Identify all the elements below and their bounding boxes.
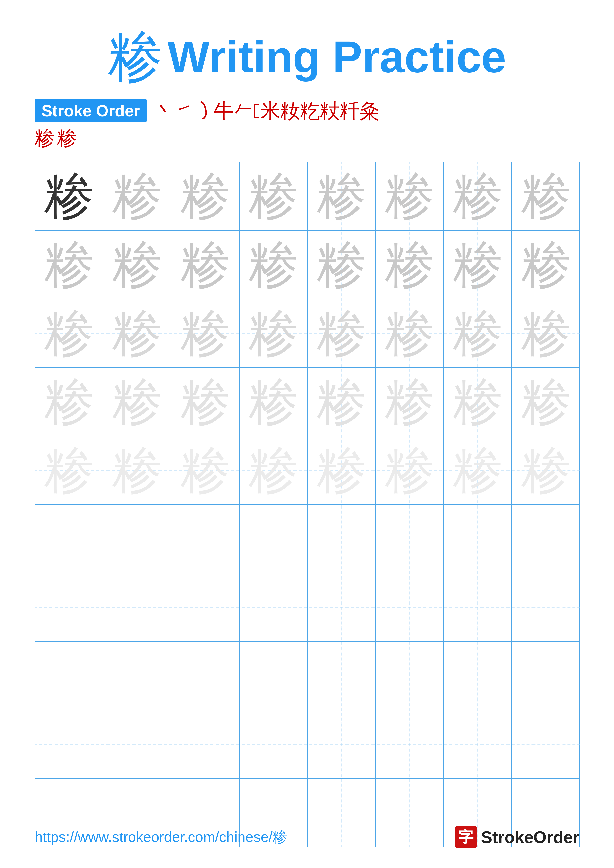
grid-row: 糁糁糁糁糁糁糁糁: [35, 231, 579, 299]
grid-cell[interactable]: [376, 573, 444, 641]
grid-cell[interactable]: [512, 642, 580, 710]
grid-cell[interactable]: 糁: [376, 231, 444, 299]
cell-character: 糁: [385, 240, 434, 290]
grid-cell[interactable]: 糁: [35, 231, 103, 299]
grid-cell[interactable]: [171, 573, 239, 641]
grid-cell[interactable]: [171, 710, 239, 778]
grid-cell[interactable]: 糁: [103, 368, 171, 436]
cell-character: 糁: [453, 308, 502, 358]
cell-character: 糁: [44, 308, 93, 358]
grid-cell[interactable]: 糁: [171, 231, 239, 299]
cell-character: 糁: [249, 377, 298, 426]
grid-cell[interactable]: 糁: [444, 231, 512, 299]
grid-cell[interactable]: 糁: [308, 162, 376, 230]
grid-cell[interactable]: 糁: [171, 162, 239, 230]
stroke-12: 粂: [360, 100, 379, 122]
cell-character: 糁: [317, 446, 366, 495]
grid-cell[interactable]: 糁: [239, 299, 308, 367]
grid-cell[interactable]: 糁: [376, 162, 444, 230]
cell-character: 糁: [249, 240, 298, 290]
cell-character: 糁: [385, 446, 434, 495]
grid-cell[interactable]: [35, 505, 103, 573]
cell-character: 糁: [180, 172, 230, 221]
grid-cell[interactable]: [35, 710, 103, 778]
grid-cell[interactable]: 糁: [35, 436, 103, 504]
grid-cell[interactable]: [103, 505, 171, 573]
grid-cell[interactable]: 糁: [444, 162, 512, 230]
cell-character: 糁: [112, 377, 162, 426]
grid-cell[interactable]: 糁: [444, 299, 512, 367]
grid-cell[interactable]: [512, 573, 580, 641]
grid-cell[interactable]: [308, 642, 376, 710]
grid-row: 糁糁糁糁糁糁糁糁: [35, 368, 579, 436]
grid-cell[interactable]: [444, 710, 512, 778]
page: 糁 Writing Practice Stroke Order 丶 ㇀ ㇁ 牛 …: [0, 0, 614, 868]
cell-character: 糁: [521, 308, 570, 358]
grid-cell[interactable]: 糁: [35, 299, 103, 367]
grid-cell[interactable]: [239, 573, 308, 641]
footer: https://www.strokeorder.com/chinese/糁 字 …: [35, 826, 579, 848]
grid-row: 糁糁糁糁糁糁糁糁: [35, 162, 579, 231]
grid-cell[interactable]: [376, 710, 444, 778]
grid-cell[interactable]: [376, 642, 444, 710]
stroke-6: 𠂊: [253, 100, 261, 122]
grid-cell[interactable]: 糁: [35, 368, 103, 436]
grid-row: [35, 642, 579, 710]
grid-cell[interactable]: 糁: [444, 368, 512, 436]
grid-cell[interactable]: 糁: [512, 299, 580, 367]
grid-cell[interactable]: [239, 642, 308, 710]
grid-cell[interactable]: [376, 505, 444, 573]
grid-cell[interactable]: [308, 573, 376, 641]
cell-character: 糁: [453, 240, 502, 290]
grid-cell[interactable]: [239, 710, 308, 778]
grid-cell[interactable]: [239, 505, 308, 573]
grid-cell[interactable]: 糁: [171, 436, 239, 504]
grid-cell[interactable]: 糁: [239, 368, 308, 436]
grid-cell[interactable]: 糁: [35, 162, 103, 230]
grid-cell[interactable]: [103, 710, 171, 778]
grid-cell[interactable]: 糁: [103, 231, 171, 299]
grid-cell[interactable]: 糁: [308, 436, 376, 504]
grid-cell[interactable]: 糁: [308, 231, 376, 299]
footer-logo-text: StrokeOrder: [481, 828, 579, 847]
grid-cell[interactable]: [308, 710, 376, 778]
grid-cell[interactable]: 糁: [512, 368, 580, 436]
grid-cell[interactable]: [512, 505, 580, 573]
grid-cell[interactable]: 糁: [103, 436, 171, 504]
grid-cell[interactable]: [512, 710, 580, 778]
grid-cell[interactable]: [171, 642, 239, 710]
grid-cell[interactable]: 糁: [512, 231, 580, 299]
grid-cell[interactable]: [35, 573, 103, 641]
grid-cell[interactable]: [103, 642, 171, 710]
grid-cell[interactable]: 糁: [103, 162, 171, 230]
grid-cell[interactable]: 糁: [308, 368, 376, 436]
grid-cell[interactable]: [308, 505, 376, 573]
stroke-14: 糁: [57, 125, 77, 152]
grid-cell[interactable]: 糁: [376, 436, 444, 504]
grid-cell[interactable]: 糁: [308, 299, 376, 367]
grid-cell[interactable]: [35, 642, 103, 710]
grid-cell[interactable]: 糁: [512, 436, 580, 504]
stroke-order-label: Stroke Order: [35, 99, 147, 122]
cell-character: 糁: [317, 172, 366, 221]
grid-cell[interactable]: 糁: [239, 436, 308, 504]
grid-cell[interactable]: 糁: [103, 299, 171, 367]
footer-logo-icon: 字: [455, 826, 477, 848]
grid-cell[interactable]: 糁: [239, 162, 308, 230]
grid-cell[interactable]: 糁: [171, 368, 239, 436]
grid-cell[interactable]: 糁: [376, 299, 444, 367]
grid-cell[interactable]: 糁: [512, 162, 580, 230]
grid-cell[interactable]: [444, 573, 512, 641]
grid-cell[interactable]: [103, 573, 171, 641]
grid-cell[interactable]: [444, 642, 512, 710]
grid-cell[interactable]: 糁: [376, 368, 444, 436]
cell-character: 糁: [249, 308, 298, 358]
stroke-9: 籺: [300, 100, 320, 122]
grid-cell[interactable]: 糁: [444, 436, 512, 504]
footer-url: https://www.strokeorder.com/chinese/糁: [35, 828, 287, 847]
grid-cell[interactable]: 糁: [239, 231, 308, 299]
grid-cell[interactable]: [444, 505, 512, 573]
grid-cell[interactable]: [171, 505, 239, 573]
grid-row: [35, 573, 579, 642]
grid-cell[interactable]: 糁: [171, 299, 239, 367]
